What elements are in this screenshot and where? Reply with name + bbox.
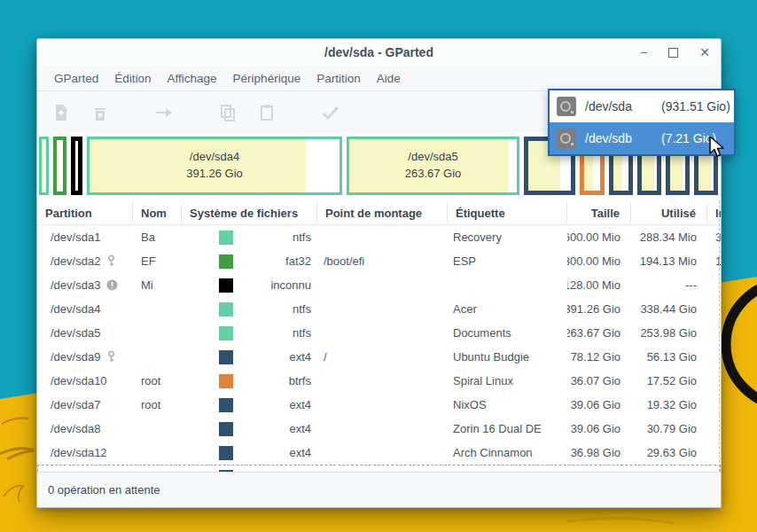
cell-unused (707, 345, 721, 369)
warning-icon (106, 279, 118, 291)
cell-mountpoint (317, 225, 448, 249)
partition-path: /dev/sda11 (51, 470, 106, 472)
cell-unused (707, 441, 721, 465)
filesystem-name: ext4 (233, 350, 317, 364)
partition-block[interactable] (71, 137, 82, 195)
menu-partition[interactable]: Partition (308, 68, 369, 89)
device-option-dev-sda[interactable]: /dev/sda(931.51 Gio) (550, 90, 734, 122)
cell-unused (707, 273, 721, 297)
partition-block[interactable] (39, 137, 49, 195)
paste-icon[interactable] (254, 99, 280, 126)
cell-partition: /dev/sda11 (37, 465, 133, 472)
cell-mountpoint: /boot/efi (317, 249, 448, 273)
menu-gparted[interactable]: GParted (46, 68, 106, 89)
cell-filesystem: ext4 (182, 393, 317, 417)
cell-label (448, 273, 567, 297)
minimize-button[interactable]: − (640, 46, 647, 59)
cell-filesystem: fat32 (182, 249, 317, 273)
cell-mountpoint (317, 297, 448, 321)
table-row[interactable]: /dev/sda2EFfat32/boot/efiESP300.00 Mio19… (37, 249, 721, 273)
cell-used: 19.32 Gio (631, 393, 707, 417)
table-row[interactable]: /dev/sda8ext4Zorin 16 Dual DE39.06 Gio30… (37, 417, 721, 441)
cell-unused (707, 465, 721, 472)
menu-edition[interactable]: Édition (106, 68, 159, 89)
table-row[interactable]: /dev/sda9ext4/Ubuntu Budgie78.12 Gio56.1… (37, 345, 721, 369)
partition-block[interactable]: /dev/sda5263.67 Gio (347, 137, 519, 195)
cell-unused (707, 417, 721, 441)
warning-icon-holder (106, 279, 118, 291)
table-row[interactable]: /dev/sda7rootext4NixOS39.06 Gio19.32 Gio (37, 393, 721, 417)
col-filesystem[interactable]: Système de fichiers (182, 201, 317, 225)
partition-block[interactable]: /dev/sda4391.26 Gio (87, 137, 342, 195)
device-name: /dev/sda (585, 99, 661, 113)
cell-name (133, 417, 182, 441)
table-row[interactable]: /dev/sda4ntfsAcer391.26 Gio338.44 Gio (37, 297, 721, 321)
cell-mountpoint (317, 369, 448, 393)
col-mountpoint[interactable]: Point de montage (317, 201, 448, 225)
table-row[interactable]: /dev/sda11ext4Solus39.06 Gio29.06 Gio (37, 465, 721, 472)
key-icon (106, 254, 116, 268)
maximize-button[interactable] (668, 48, 678, 58)
menu-affichage[interactable]: Affichage (160, 68, 225, 89)
col-unused[interactable]: Inutilisé (707, 201, 721, 225)
cell-size: 36.07 Gio (567, 369, 631, 393)
cell-used: 29.63 Gio (631, 441, 707, 465)
cell-partition: /dev/sda3 (37, 273, 133, 297)
cell-used: 288.34 Mio (631, 225, 707, 249)
cell-filesystem: ntfs (182, 297, 317, 321)
close-button[interactable]: ✕ (699, 46, 710, 59)
cell-unused (707, 297, 721, 321)
partition-path: /dev/sda10 (51, 374, 107, 387)
cell-label: ESP (448, 249, 567, 273)
menu-aide[interactable]: Aide (369, 68, 409, 89)
col-label[interactable]: Étiquette (448, 201, 567, 225)
cell-used: 56.13 Gio (631, 345, 707, 369)
delete-partition-icon[interactable] (87, 99, 113, 126)
table-row[interactable]: /dev/sda1BantfsRecovery600.00 Mio288.34 … (37, 225, 721, 249)
table-row[interactable]: /dev/sda5ntfsDocuments263.67 Gio253.98 G… (37, 321, 721, 345)
cell-size: 39.06 Gio (567, 417, 631, 441)
cell-used: 253.98 Gio (631, 321, 707, 345)
cell-label: Ubuntu Budgie (448, 345, 567, 369)
device-option-dev-sdb[interactable]: /dev/sdb(7.21 Gio) (550, 122, 734, 154)
table-row[interactable]: /dev/sda3Miinconnu128.00 Mio--- (37, 273, 721, 297)
cell-filesystem: ext4 (182, 417, 317, 441)
col-used[interactable]: Utilisé (631, 201, 707, 225)
cell-partition: /dev/sda12 (37, 441, 133, 465)
cell-name: Mi (133, 273, 182, 297)
apply-icon[interactable] (317, 99, 344, 126)
table-row[interactable]: /dev/sda12ext4Arch Cinnamon36.98 Gio29.6… (37, 441, 721, 465)
filesystem-name: ext4 (233, 398, 317, 411)
cell-mountpoint (317, 393, 448, 417)
filesystem-color-swatch (219, 326, 233, 340)
titlebar[interactable]: /dev/sda - GParted − ✕ (37, 39, 721, 66)
cell-size: 36.98 Gio (567, 441, 631, 465)
cell-name: root (133, 393, 182, 417)
statusbar: 0 opération en attente (37, 472, 721, 507)
table-header: Partition Nom Système de fichiers Point … (37, 201, 721, 225)
menubar: GParted Édition Affichage Périphérique P… (37, 66, 721, 91)
filesystem-color-swatch (219, 398, 233, 412)
cell-partition: /dev/sda10 (37, 369, 133, 393)
table-row[interactable]: /dev/sda10rootbtrfsSpiral Linux36.07 Gio… (37, 369, 721, 393)
col-nom[interactable]: Nom (133, 201, 182, 225)
new-partition-icon[interactable] (48, 99, 74, 126)
filesystem-name: ntfs (233, 302, 317, 316)
used-space-fill (57, 140, 59, 192)
partition-path: /dev/sda7 (51, 398, 100, 411)
filesystem-color-swatch (219, 350, 233, 364)
cell-label: Arch Cinnamon (448, 441, 567, 465)
cell-name (133, 345, 182, 369)
pending-operations-text: 0 opération en attente (48, 483, 160, 497)
filesystem-name: btrfs (233, 374, 317, 387)
partition-block[interactable] (53, 137, 66, 195)
filesystem-color-swatch (219, 231, 233, 245)
resize-move-icon[interactable] (151, 99, 177, 126)
copy-icon[interactable] (215, 99, 241, 126)
cell-size: 39.06 Gio (567, 393, 631, 417)
col-partition[interactable]: Partition (37, 201, 133, 225)
col-size[interactable]: Taille (567, 201, 631, 225)
menu-peripherique[interactable]: Périphérique (225, 68, 309, 89)
cell-filesystem: btrfs (182, 369, 317, 393)
cell-size: 263.67 Gio (567, 321, 631, 345)
